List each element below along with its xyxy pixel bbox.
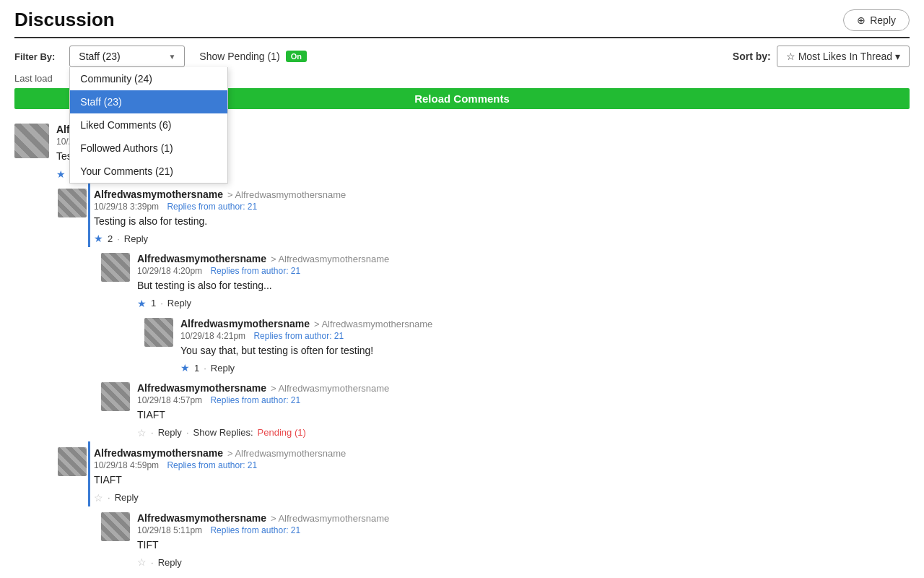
reply-to: > Alfredwasmymothersname	[271, 383, 389, 394]
comment-author: Alfredwasmymothersname	[180, 318, 310, 329]
reply-action[interactable]: Reply	[167, 298, 191, 309]
last-loaded-text: Last load	[14, 73, 53, 84]
comment-text: Testing is also for testing.	[94, 215, 910, 229]
comment-item: Alfredwasmymothersname > Alfredwasmymoth…	[14, 376, 910, 441]
comment-meta: 10/29/18 4:59pm Replies from author: 21	[94, 460, 910, 470]
chevron-down-icon: ▼	[168, 53, 175, 61]
star-filled-icon[interactable]: ★	[94, 233, 103, 244]
comment-author: Alfredwasmymothersname	[137, 512, 266, 524]
comment-item: Alfredwasmymothersname > Alfredwasmymoth…	[14, 506, 910, 571]
avatar	[14, 124, 49, 158]
like-count: 1	[151, 298, 156, 309]
author-line: Alfredwasmymothersname > Alfredwasmymoth…	[180, 318, 910, 329]
comment-text: But testing is also for testing...	[137, 279, 910, 293]
like-count: 1	[194, 363, 199, 374]
filter-option-followed[interactable]: Followed Authors (1)	[70, 137, 227, 160]
show-pending-label: Show Pending (1)	[199, 51, 279, 62]
filter-value: Staff (23)	[79, 51, 120, 62]
comment-text: TIFT	[137, 538, 910, 553]
comment-actions: ★ 1 · Reply	[180, 362, 910, 374]
comment-item: Alfredwasmymothersname > Alfredwasmymoth…	[14, 247, 910, 312]
filter-label: Filter By:	[14, 51, 55, 62]
discussion-header: Discussion ⊕ Reply	[14, 9, 910, 38]
pending-toggle[interactable]: On	[286, 51, 307, 62]
comment-author: Alfredwasmymothersname	[94, 447, 223, 459]
comment-actions: ★ 2 · Reply	[94, 233, 910, 244]
sort-label: Sort by:	[733, 51, 771, 62]
comment-body: Alfredwasmymothersname > Alfredwasmymoth…	[94, 447, 910, 504]
like-count: 2	[108, 233, 113, 244]
comment-meta: 10/29/18 4:20pm Replies from author: 21	[137, 266, 910, 276]
filter-dropdown-button[interactable]: Staff (23) ▼	[69, 46, 185, 67]
avatar	[58, 189, 87, 217]
comment-text: TIAFT	[137, 408, 910, 423]
avatar	[58, 447, 87, 476]
plus-circle-icon: ⊕	[857, 14, 866, 26]
comment-actions: ☆ · Reply	[137, 556, 910, 568]
show-replies-label: Show Replies:	[193, 427, 253, 438]
comment-item: Alfredwasmymothersname > Alfredwasmymoth…	[14, 441, 910, 506]
avatar	[144, 318, 173, 347]
author-line: Alfredwasmymothersname > Alfredwasmymoth…	[137, 512, 910, 524]
author-line: Alfredwasmymothersname > Alfredwasmymoth…	[137, 382, 910, 394]
sort-value: ☆ Most Likes In Thread ▾	[786, 51, 900, 62]
comment-text: TIAFT	[94, 473, 910, 488]
comment-meta: 10/29/18 4:21pm Replies from author: 21	[180, 331, 910, 341]
reply-button-top[interactable]: ⊕ Reply	[843, 9, 910, 31]
reply-action[interactable]: Reply	[158, 427, 182, 438]
star-empty-icon[interactable]: ☆	[137, 556, 147, 568]
comment-body: Alfredwasmymothersname > Alfredwasmymoth…	[137, 512, 910, 569]
comment-author: Alfredwasmymothersname	[137, 382, 266, 394]
reply-to: > Alfredwasmymothersname	[271, 254, 389, 264]
comment-body: Alfredwasmymothersname > Alfredwasmymoth…	[94, 189, 910, 245]
filter-option-liked[interactable]: Liked Comments (6)	[70, 113, 227, 137]
comment-actions: ☆ · Reply	[94, 492, 910, 504]
comment-author: Alfredwasmymothersname	[137, 253, 266, 264]
avatar	[101, 253, 130, 282]
star-filled-icon[interactable]: ★	[137, 298, 147, 309]
star-filled-icon[interactable]: ★	[180, 362, 190, 374]
reply-action[interactable]: Reply	[115, 492, 139, 503]
filter-option-your[interactable]: Your Comments (21)	[70, 160, 227, 183]
avatar	[101, 512, 130, 541]
filter-select-wrapper: Staff (23) ▼ Community (24) Staff (23) L…	[69, 46, 185, 67]
comment-body: Alfredwasmymothersname > Alfredwasmymoth…	[180, 318, 910, 374]
star-empty-icon[interactable]: ☆	[137, 427, 147, 439]
comment-item: Alfredwasmymothersname > Alfredwasmymoth…	[14, 183, 910, 248]
comment-meta: 10/29/18 4:57pm Replies from author: 21	[137, 395, 910, 405]
author-line: Alfredwasmymothersname > Alfredwasmymoth…	[137, 253, 910, 264]
comment-body: Alfredwasmymothersname > Alfredwasmymoth…	[137, 253, 910, 309]
reply-action[interactable]: Reply	[211, 363, 235, 374]
comment-actions: ★ 1 · Reply	[137, 298, 910, 309]
avatar	[101, 382, 130, 411]
filter-option-staff[interactable]: Staff (23)	[70, 90, 227, 113]
star-empty-icon[interactable]: ☆	[94, 492, 103, 504]
comment-actions: ☆ · Reply · Show Replies: Pending (1)	[137, 427, 910, 439]
comment-author: Alfredwasmymothersname	[94, 189, 223, 200]
page-title: Discussion	[14, 9, 115, 31]
author-line: Alfredwasmymothersname > Alfredwasmymoth…	[94, 189, 910, 200]
reply-to: > Alfredwasmymothersname	[227, 189, 346, 200]
reply-to: > Alfredwasmymothersname	[227, 448, 346, 459]
controls-bar: Filter By: Staff (23) ▼ Community (24) S…	[14, 46, 910, 67]
filter-dropdown-menu: Community (24) Staff (23) Liked Comments…	[69, 67, 228, 184]
reply-to: > Alfredwasmymothersname	[314, 319, 432, 329]
sort-dropdown-button[interactable]: ☆ Most Likes In Thread ▾	[777, 46, 910, 67]
comment-text: You say that, but testing is often for t…	[180, 344, 910, 358]
comment-meta: 10/29/18 3:39pm Replies from author: 21	[94, 202, 910, 212]
reply-action[interactable]: Reply	[158, 557, 182, 568]
comment-item: Alfredwasmymothersname > Alfredwasmymoth…	[14, 312, 910, 377]
filter-option-community[interactable]: Community (24)	[70, 67, 227, 90]
author-line: Alfredwasmymothersname > Alfredwasmymoth…	[94, 447, 910, 459]
pending-badge[interactable]: Pending (1)	[258, 427, 306, 438]
comment-body: Alfredwasmymothersname > Alfredwasmymoth…	[137, 382, 910, 439]
reply-action[interactable]: Reply	[124, 233, 148, 244]
show-pending-control: Show Pending (1) On	[199, 51, 307, 62]
sort-by-control: Sort by: ☆ Most Likes In Thread ▾	[733, 46, 910, 67]
comments-list: Alfredwasmymothersname 10/29/18 3:14pm R…	[14, 118, 910, 571]
reply-to: > Alfredwasmymothersname	[271, 513, 389, 524]
star-filled-icon[interactable]: ★	[56, 168, 66, 180]
comment-meta: 10/29/18 5:11pm Replies from author: 21	[137, 525, 910, 535]
